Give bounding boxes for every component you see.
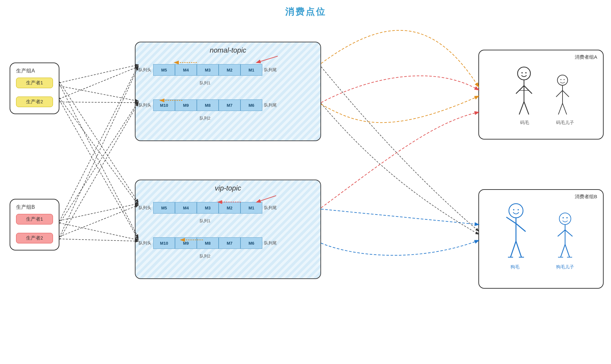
normal-q2-c2: M9	[175, 99, 197, 111]
svg-line-42	[59, 86, 138, 101]
normal-q1-head: 队列头	[139, 67, 151, 73]
svg-line-7	[524, 102, 529, 114]
vip-q2-name: 队列2	[200, 253, 210, 259]
normal-q2-c1: M10	[153, 99, 175, 111]
normal-q2-c3: M8	[197, 99, 219, 111]
page-title: 消费点位	[285, 6, 326, 18]
svg-line-52	[59, 103, 138, 240]
producer-a2: 生产者2	[16, 97, 53, 107]
svg-line-47	[59, 98, 138, 205]
vip-q2-c1: M10	[153, 237, 175, 249]
normal-q1-c4: M2	[219, 64, 240, 76]
normal-q2-c4: M7	[219, 99, 240, 111]
vip-q2-head: 队列头	[139, 240, 151, 246]
svg-line-48	[59, 100, 138, 239]
vip-q1-c4: M2	[219, 202, 240, 214]
svg-line-54	[59, 223, 138, 240]
svg-line-16	[563, 103, 567, 114]
vip-q2-c4: M7	[219, 237, 240, 249]
vip-topic-title: vip-topic	[215, 184, 241, 192]
svg-point-2	[525, 72, 527, 73]
vip-queue2-row: 队列头 M10 M9 M8 M7 M6 队列尾	[139, 237, 319, 249]
svg-point-0	[518, 67, 530, 80]
svg-line-43	[59, 67, 138, 99]
svg-line-44	[59, 102, 138, 103]
svg-point-31	[566, 217, 568, 218]
svg-line-45	[59, 82, 138, 202]
svg-line-24	[516, 224, 526, 232]
svg-line-35	[561, 244, 565, 257]
producer-group-a: 生产组A 生产者1 生产者2	[10, 63, 59, 114]
svg-line-46	[59, 84, 138, 237]
producer-a1: 生产者1	[16, 78, 53, 88]
normal-q1-tail: 队列尾	[264, 67, 277, 73]
svg-line-26	[516, 241, 521, 257]
vip-q2-tail: 队列尾	[264, 240, 277, 246]
normal-topic-title: nomal-topic	[210, 46, 246, 55]
svg-point-10	[561, 79, 562, 80]
svg-text:狗毛儿子: 狗毛儿子	[556, 265, 574, 269]
svg-point-21	[518, 209, 519, 210]
normal-queue1-row: 队列头 M5 M4 M3 M2 M1 队列尾	[139, 64, 319, 76]
normal-q1-c3: M3	[197, 64, 219, 76]
svg-line-57	[321, 209, 478, 224]
normal-q1-c1: M5	[153, 64, 175, 76]
svg-line-15	[558, 103, 563, 114]
vip-queue1-row: 队列头 M5 M4 M3 M2 M1 队列尾	[139, 202, 319, 214]
svg-line-36	[565, 244, 570, 257]
normal-q2-tail: 队列尾	[264, 102, 277, 108]
normal-q1-c5: M1	[240, 64, 262, 76]
svg-line-56	[59, 239, 138, 241]
svg-point-30	[563, 217, 564, 218]
vip-q1-name: 队列1	[200, 218, 210, 224]
svg-line-25	[511, 241, 516, 257]
vip-q1-c5: M1	[240, 202, 262, 214]
vip-q2-cells: M10 M9 M8 M7 M6	[153, 237, 262, 249]
consumer-group-b: 消费者组B	[478, 189, 604, 289]
normal-q2-name: 队列2	[200, 115, 210, 121]
vip-q1-tail: 队列尾	[264, 205, 277, 211]
svg-line-14	[563, 90, 569, 97]
producer-b2: 生产者2	[16, 233, 53, 243]
svg-point-1	[521, 72, 523, 73]
svg-text:狗毛: 狗毛	[511, 265, 519, 269]
svg-text:码毛儿子: 码毛儿子	[556, 120, 574, 125]
producer-b1: 生产者1	[16, 214, 53, 224]
vip-q1-c3: M3	[197, 202, 219, 214]
svg-line-55	[59, 205, 138, 237]
svg-line-4	[516, 86, 524, 94]
consumer-group-a: 消费者组A	[478, 50, 604, 140]
svg-point-11	[564, 79, 565, 80]
vip-q2-c3: M8	[197, 237, 219, 249]
svg-line-6	[519, 102, 524, 114]
vip-q1-c2: M4	[175, 202, 197, 214]
svg-line-34	[565, 230, 572, 236]
svg-line-51	[59, 67, 138, 237]
svg-line-33	[558, 230, 565, 236]
consumer-a-figures: 码毛 码毛儿子	[479, 57, 604, 140]
vip-q1-head: 队列头	[139, 205, 151, 211]
svg-line-53	[59, 204, 138, 221]
producer-group-b-label: 生产组B	[16, 204, 53, 211]
consumer-b-figures: 狗毛 狗毛儿子	[479, 196, 604, 289]
vip-q2-c5: M6	[240, 237, 262, 249]
svg-point-9	[557, 75, 568, 85]
vip-topic-area: vip-topic 队列头 M5 M4 M3 M2 M1 队列尾 队列1 队列头…	[135, 180, 321, 279]
svg-line-49	[59, 66, 138, 221]
normal-q2-cells: M10 M9 M8 M7 M6	[153, 99, 262, 111]
normal-q2-c5: M6	[240, 99, 262, 111]
normal-q1-c2: M4	[175, 64, 197, 76]
svg-line-23	[506, 217, 516, 224]
svg-point-19	[509, 204, 523, 218]
normal-topic-area: nomal-topic 队列头 M5 M4 M3 M2 M1 队列尾 队列1 队…	[135, 42, 321, 141]
svg-point-29	[559, 213, 571, 224]
vip-q1-c1: M5	[153, 202, 175, 214]
normal-queue2-row: 队列头 M10 M9 M8 M7 M6 队列尾	[139, 99, 319, 111]
svg-line-41	[59, 65, 138, 83]
normal-q1-name: 队列1	[200, 80, 210, 86]
normal-q2-head: 队列头	[139, 102, 151, 108]
svg-line-13	[556, 90, 563, 97]
svg-text:码毛: 码毛	[520, 120, 529, 125]
vip-q2-c2: M9	[175, 237, 197, 249]
producer-group-a-label: 生产组A	[16, 68, 53, 74]
